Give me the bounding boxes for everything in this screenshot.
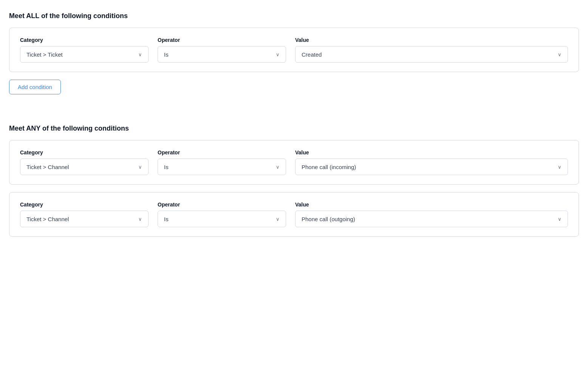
any-category-select-1[interactable]: Ticket > Channel ∨ xyxy=(20,159,149,175)
any-category-chevron-icon-2: ∨ xyxy=(138,216,142,222)
any-conditions-section: Meet ANY of the following conditions Cat… xyxy=(9,125,579,237)
any-operator-value-2: Is xyxy=(164,216,169,222)
any-conditions-box-1: Category Ticket > Channel ∨ Operator Is … xyxy=(9,140,579,185)
any-category-value-2: Ticket > Channel xyxy=(26,216,69,222)
any-condition-row-2: Category Ticket > Channel ∨ Operator Is … xyxy=(20,202,568,227)
any-value-chevron-icon-1: ∨ xyxy=(558,164,562,170)
any-conditions-title: Meet ANY of the following conditions xyxy=(9,125,579,132)
all-value-select[interactable]: Created ∨ xyxy=(295,46,568,63)
all-conditions-title: Meet ALL of the following conditions xyxy=(9,12,579,20)
add-condition-button[interactable]: Add condition xyxy=(9,80,61,94)
all-category-chevron-icon: ∨ xyxy=(138,52,142,57)
any-value-value-1: Phone call (incoming) xyxy=(302,164,356,170)
all-operator-label: Operator xyxy=(158,37,286,43)
any-category-value-1: Ticket > Channel xyxy=(26,164,69,170)
any-operator-select-2[interactable]: Is ∨ xyxy=(158,211,286,227)
any-operator-chevron-icon-2: ∨ xyxy=(276,216,280,222)
all-value-chevron-icon: ∨ xyxy=(558,52,562,57)
all-category-label: Category xyxy=(20,37,149,43)
any-category-col-2: Category Ticket > Channel ∨ xyxy=(20,202,149,227)
any-condition-row-1: Category Ticket > Channel ∨ Operator Is … xyxy=(20,149,568,175)
any-operator-label-2: Operator xyxy=(158,202,286,208)
all-operator-value: Is xyxy=(164,51,169,58)
any-value-chevron-icon-2: ∨ xyxy=(558,216,562,222)
all-category-select[interactable]: Ticket > Ticket ∨ xyxy=(20,46,149,63)
any-operator-chevron-icon-1: ∨ xyxy=(276,164,280,170)
all-conditions-section: Meet ALL of the following conditions Cat… xyxy=(9,12,579,109)
all-value-label: Value xyxy=(295,37,568,43)
all-operator-col: Operator Is ∨ xyxy=(158,37,286,63)
any-operator-value-1: Is xyxy=(164,164,169,170)
any-category-label-2: Category xyxy=(20,202,149,208)
all-condition-row-1: Category Ticket > Ticket ∨ Operator Is ∨… xyxy=(20,37,568,63)
any-category-col-1: Category Ticket > Channel ∨ xyxy=(20,149,149,175)
all-category-col: Category Ticket > Ticket ∨ xyxy=(20,37,149,63)
any-value-label-1: Value xyxy=(295,149,568,156)
any-category-select-2[interactable]: Ticket > Channel ∨ xyxy=(20,211,149,227)
any-value-col-1: Value Phone call (incoming) ∨ xyxy=(295,149,568,175)
any-value-select-1[interactable]: Phone call (incoming) ∨ xyxy=(295,159,568,175)
any-operator-col-1: Operator Is ∨ xyxy=(158,149,286,175)
all-value-value: Created xyxy=(302,51,322,58)
all-conditions-box: Category Ticket > Ticket ∨ Operator Is ∨… xyxy=(9,28,579,72)
any-category-chevron-icon-1: ∨ xyxy=(138,164,142,170)
any-value-col-2: Value Phone call (outgoing) ∨ xyxy=(295,202,568,227)
any-operator-select-1[interactable]: Is ∨ xyxy=(158,159,286,175)
all-category-value: Ticket > Ticket xyxy=(26,51,63,58)
any-conditions-box-2: Category Ticket > Channel ∨ Operator Is … xyxy=(9,192,579,237)
all-value-col: Value Created ∨ xyxy=(295,37,568,63)
any-value-value-2: Phone call (outgoing) xyxy=(302,216,355,222)
any-value-label-2: Value xyxy=(295,202,568,208)
all-operator-chevron-icon: ∨ xyxy=(276,52,280,57)
any-value-select-2[interactable]: Phone call (outgoing) ∨ xyxy=(295,211,568,227)
any-category-label-1: Category xyxy=(20,149,149,156)
all-operator-select[interactable]: Is ∨ xyxy=(158,46,286,63)
any-operator-col-2: Operator Is ∨ xyxy=(158,202,286,227)
any-operator-label-1: Operator xyxy=(158,149,286,156)
